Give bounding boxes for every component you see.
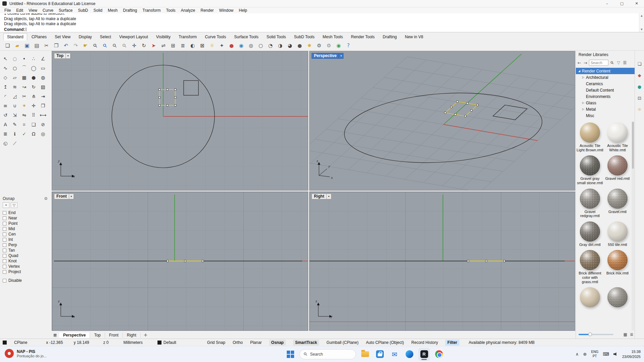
tree-expand-icon[interactable]: ▷ [582, 76, 585, 79]
viewport-tab[interactable]: Perspective [59, 332, 90, 338]
tree-item[interactable]: Default Content [576, 87, 635, 93]
tree-expand-icon[interactable]: ◢ [578, 69, 581, 72]
viewport-tab[interactable]: Top [90, 332, 105, 338]
light-icon[interactable]: ☼ [208, 42, 216, 50]
volume-icon[interactable] [613, 352, 618, 356]
Gravel red.rmtl[interactable]: Gravel red.rmtl [604, 155, 631, 185]
move-icon[interactable]: ✛ [130, 42, 138, 50]
shaded-display-icon[interactable]: ◔ [266, 42, 275, 50]
viewport-front-label[interactable]: Front [54, 194, 69, 199]
panel-display-icon[interactable]: ⊡ [638, 96, 641, 101]
tree-item[interactable]: Misc [576, 112, 635, 119]
mirror-icon[interactable]: ⇌ [159, 42, 168, 50]
viewport-right[interactable]: Right ▾ z y [309, 192, 575, 331]
slider-knob[interactable] [588, 332, 592, 336]
tree-expand-icon[interactable]: ▷ [582, 108, 585, 111]
toolbar-tab[interactable]: Standard [3, 33, 27, 41]
toolbar-tab[interactable]: CPlanes [28, 33, 50, 41]
rectangle-tool-icon[interactable]: ▭ [39, 64, 47, 72]
material-item[interactable] [604, 287, 631, 308]
undo-icon[interactable]: ↶ [62, 42, 70, 50]
osnap-checkbox[interactable] [3, 227, 6, 231]
panel-doc-icon[interactable]: ❏ [638, 61, 642, 66]
select-filter-icon[interactable]: ✦ [218, 42, 226, 50]
close-button[interactable]: ✕ [629, 0, 644, 7]
mirror-tool-icon[interactable]: ⇋ [20, 111, 28, 119]
osnap-disable-option[interactable]: Disable [3, 278, 50, 283]
osnap-option[interactable]: Near [3, 215, 50, 221]
scale-tool-icon[interactable]: ⇲ [11, 111, 19, 119]
join-tool-icon[interactable]: ∪ [11, 102, 19, 110]
osnap-checkbox[interactable] [3, 211, 6, 215]
render-icon[interactable]: ● [227, 42, 236, 50]
menu-item[interactable]: Curve [40, 8, 56, 13]
osnap-option[interactable]: Point [3, 221, 50, 226]
status-toggle[interactable]: Auto CPlane (Object) [366, 340, 404, 345]
viewport-tab[interactable]: Right [123, 332, 141, 338]
osnap-checkbox[interactable] [3, 249, 6, 252]
widgets-button[interactable]: NAP - PIS Pontuação do jo... [2, 348, 49, 359]
menu-item[interactable]: Solid [91, 8, 105, 13]
viewport-top-caret-icon[interactable]: ▾ [66, 53, 71, 59]
toolbar-tab[interactable]: Transform [175, 33, 200, 41]
curve-tool-icon[interactable]: ∿ [1, 64, 9, 72]
menu-item[interactable]: Surface [56, 8, 75, 13]
osnap-checkbox[interactable] [3, 254, 6, 258]
menu-item[interactable]: Analyze [178, 8, 198, 13]
panel-environment-icon[interactable]: ● [638, 84, 641, 89]
thumbnail-size-slider[interactable]: ▦ ≣ [579, 332, 633, 337]
scroll-up-icon[interactable]: ▲ [641, 14, 642, 17]
check-tool-icon[interactable]: ✓ [20, 130, 28, 138]
sun-icon[interactable]: ✹ [305, 42, 314, 50]
start-button[interactable] [285, 348, 296, 361]
toolbar-tab[interactable]: Set View [51, 33, 74, 41]
toolbar-tab[interactable]: Mesh Tools [319, 33, 347, 41]
Gravel redgray.rmtl[interactable]: Gravel redgray.rmtl [577, 189, 603, 218]
hide-tool-icon[interactable]: ⊘ [39, 120, 47, 128]
file-explorer-button[interactable] [359, 348, 371, 361]
properties-tool-icon[interactable]: ℹ [11, 130, 19, 138]
rotate-tool-icon[interactable]: ↺ [1, 111, 9, 119]
store-button[interactable] [374, 348, 385, 361]
osnap-option[interactable]: Cen [3, 231, 50, 237]
osnap-option[interactable]: Quad [3, 253, 50, 258]
osnap-checkbox[interactable] [3, 222, 6, 225]
language-indicator[interactable]: ENG PT [591, 350, 599, 358]
earth-icon[interactable]: ◉ [334, 42, 343, 50]
viewport-right-title[interactable]: Right ▾ [312, 194, 331, 199]
search-icon[interactable]: ⚲ [608, 59, 615, 66]
taskbar-search[interactable]: ⚲ Search [300, 349, 356, 359]
viewport-front[interactable]: Front ▾ z x [52, 192, 308, 331]
options-icon[interactable]: ⚙ [325, 42, 333, 50]
toolbar-tab[interactable]: Solid Tools [263, 33, 290, 41]
menu-item[interactable]: Help [236, 8, 250, 13]
loft-tool-icon[interactable]: ≋ [11, 83, 19, 91]
select-tool-icon[interactable]: ↖ [1, 55, 9, 63]
menu-item[interactable]: Render [198, 8, 216, 13]
osnap-option[interactable]: Tan [3, 248, 50, 253]
zoom-selected-icon[interactable]: ⚲ [119, 40, 130, 51]
viewport-perspective-label[interactable]: Perspective [312, 53, 339, 59]
scroll-down-icon[interactable]: ▼ [641, 28, 642, 31]
raytraced-display-icon[interactable]: ● [295, 42, 304, 50]
extend-tool-icon[interactable]: ⇥ [39, 92, 47, 100]
revolve-tool-icon[interactable]: ↻ [30, 83, 38, 91]
osnap-option[interactable]: Int [3, 237, 50, 242]
Gravel.rmtl[interactable]: Gravel.rmtl [604, 189, 631, 218]
status-toggle[interactable]: Record History [411, 340, 438, 345]
osnap-option[interactable]: Vertex [3, 264, 50, 269]
render-preview-icon[interactable]: ◉ [237, 42, 245, 50]
materials-scrollbar[interactable] [632, 121, 634, 330]
menu-item[interactable]: View [26, 8, 40, 13]
polyline-tool-icon[interactable]: ∠ [39, 55, 47, 63]
points-tool-icon[interactable]: ∴ [30, 55, 38, 63]
group-tool-icon[interactable]: ❑ [30, 120, 38, 128]
layers-icon[interactable]: ≣ [179, 42, 187, 50]
forward-icon[interactable]: → [583, 60, 588, 65]
Acoustic Tile Light Brown.rmtl[interactable]: Acoustic Tile Light Brown.rmtl [577, 122, 603, 152]
dimension-tool-icon[interactable]: ⟷ [39, 111, 47, 119]
viewport-right-caret-icon[interactable]: ▾ [327, 194, 331, 199]
osnap-checkbox[interactable] [3, 216, 6, 220]
viewport-top-title[interactable]: Top ▾ [54, 53, 71, 59]
tree-item[interactable]: ▷ Architectural [576, 74, 635, 81]
